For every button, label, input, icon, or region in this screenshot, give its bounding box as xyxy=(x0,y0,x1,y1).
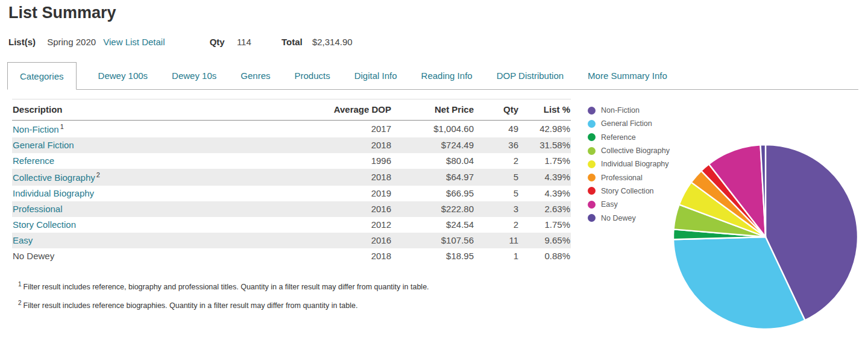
legend-item-general-fiction: General Fiction xyxy=(588,117,670,130)
footnote-1: 1Filter result includes reference, biogr… xyxy=(18,281,429,291)
legend-swatch-icon xyxy=(588,187,596,195)
legend-item-professional: Professional xyxy=(588,171,670,184)
tab-dop-distribution[interactable]: DOP Distribution xyxy=(485,62,576,89)
net-price-cell: $80.04 xyxy=(392,153,474,169)
table-row-no-dewey: No Dewey2018$18.9510.88% xyxy=(12,248,571,264)
qty-cell: 5 xyxy=(474,186,519,201)
tab-more-summary-info[interactable]: More Summary Info xyxy=(576,62,679,89)
description-link[interactable]: Individual Biography xyxy=(13,188,94,198)
footnote-text: Filter result includes reference biograp… xyxy=(24,301,358,310)
description-cell: Collective Biography2 xyxy=(12,169,277,186)
list-cell: 2.63% xyxy=(519,201,571,217)
footnote-marker: 1 xyxy=(60,123,64,130)
list-name: Spring 2020 xyxy=(47,37,96,47)
pie-chart xyxy=(670,142,861,332)
page-title: List Summary xyxy=(8,4,116,22)
list-cell: 1.75% xyxy=(519,153,571,169)
description-link[interactable]: Story Collection xyxy=(13,219,76,230)
pie-svg xyxy=(670,142,861,332)
qty-cell: 1 xyxy=(474,248,519,264)
legend-swatch-icon xyxy=(588,107,596,115)
net-price-cell: $724.49 xyxy=(392,137,474,153)
net-price-cell: $18.95 xyxy=(392,248,474,264)
legend-swatch-icon xyxy=(588,147,596,155)
footnote-text: Filter result includes reference, biogra… xyxy=(24,283,429,291)
description-cell: Professional xyxy=(12,201,277,217)
total-value: $2,314.90 xyxy=(312,37,353,47)
description-link[interactable]: Easy xyxy=(13,235,33,245)
col-header-average-dop: Average DOP xyxy=(277,99,392,121)
list-meta-row: List(s) Spring 2020 View List Detail Qty… xyxy=(8,37,353,47)
table-header-row: DescriptionAverage DOPNet PriceQtyList % xyxy=(12,99,571,121)
average-dop-cell: 2018 xyxy=(277,248,392,264)
col-header-qty: Qty xyxy=(474,99,519,121)
list-cell: 0.88% xyxy=(519,248,571,264)
legend-item-story-collection: Story Collection xyxy=(588,184,670,198)
qty-cell: 11 xyxy=(474,233,519,248)
total-label: Total xyxy=(281,37,303,47)
qty-cell: 49 xyxy=(474,121,519,138)
description-text: No Dewey xyxy=(13,251,54,261)
tab-digital-info[interactable]: Digital Info xyxy=(342,62,409,89)
table-row-story-collection: Story Collection2012$24.5421.75% xyxy=(12,217,571,233)
legend-label: Story Collection xyxy=(601,187,654,195)
summary-tabbar: CategoriesDewey 100sDewey 10sGenresProdu… xyxy=(7,62,858,90)
footnote-marker: 1 xyxy=(18,281,22,288)
description-link[interactable]: Professional xyxy=(13,204,63,214)
legend-label: Individual Biography xyxy=(601,160,669,168)
description-link[interactable]: Reference xyxy=(13,156,54,166)
net-price-cell: $64.97 xyxy=(392,169,474,186)
legend-label: Non-Fiction xyxy=(601,106,640,115)
table-row-non-fiction: Non-Fiction12017$1,004.604942.98% xyxy=(12,121,571,138)
list-cell: 31.58% xyxy=(519,137,571,153)
list-cell: 4.39% xyxy=(519,169,571,186)
col-header-description: Description xyxy=(12,99,277,121)
description-cell: No Dewey xyxy=(12,248,277,264)
description-link[interactable]: Non-Fiction xyxy=(13,124,59,134)
description-link[interactable]: Collective Biography xyxy=(13,172,95,183)
col-header-list: List % xyxy=(519,99,571,121)
average-dop-cell: 1996 xyxy=(277,153,392,169)
category-summary-table: DescriptionAverage DOPNet PriceQtyList %… xyxy=(12,99,571,264)
tab-dewey-100s[interactable]: Dewey 100s xyxy=(86,62,160,89)
average-dop-cell: 2016 xyxy=(277,201,392,217)
view-list-detail-link[interactable]: View List Detail xyxy=(103,37,165,47)
table-row-easy: Easy2016$107.56119.65% xyxy=(12,233,571,248)
legend-swatch-icon xyxy=(588,120,596,128)
legend-swatch-icon xyxy=(588,174,596,181)
qty-cell: 5 xyxy=(474,169,519,186)
legend-label: Collective Biography xyxy=(601,146,670,155)
table-row-professional: Professional2016$222.8032.63% xyxy=(12,201,571,217)
average-dop-cell: 2017 xyxy=(277,121,392,138)
net-price-cell: $1,004.60 xyxy=(392,121,474,138)
legend-label: Reference xyxy=(601,133,636,142)
average-dop-cell: 2019 xyxy=(277,186,392,201)
footnote-marker: 2 xyxy=(96,171,100,178)
description-link[interactable]: General Fiction xyxy=(13,140,74,150)
legend-swatch-icon xyxy=(588,160,596,168)
list-cell: 9.65% xyxy=(519,233,571,248)
description-cell: Non-Fiction1 xyxy=(12,121,277,138)
list-cell: 4.39% xyxy=(519,186,571,201)
legend-swatch-icon xyxy=(588,201,596,209)
tab-products[interactable]: Products xyxy=(283,62,342,89)
net-price-cell: $107.56 xyxy=(392,233,474,248)
legend-label: No Dewey xyxy=(601,214,636,222)
tab-categories[interactable]: Categories xyxy=(7,62,77,90)
list-cell: 1.75% xyxy=(519,217,571,233)
description-cell: Easy xyxy=(12,233,277,248)
qty-label: Qty xyxy=(210,37,225,47)
footnote-2: 2Filter result includes reference biogra… xyxy=(18,300,429,310)
description-cell: General Fiction xyxy=(12,137,277,153)
table-row-individual-biography: Individual Biography2019$66.9554.39% xyxy=(12,186,571,201)
list-cell: 42.98% xyxy=(519,121,571,138)
legend-item-no-dewey: No Dewey xyxy=(588,211,670,224)
tab-reading-info[interactable]: Reading Info xyxy=(409,62,485,89)
legend-label: Easy xyxy=(601,200,618,209)
net-price-cell: $66.95 xyxy=(392,186,474,201)
qty-cell: 2 xyxy=(474,153,519,169)
qty-cell: 36 xyxy=(474,137,519,153)
average-dop-cell: 2018 xyxy=(277,137,392,153)
tab-dewey-10s[interactable]: Dewey 10s xyxy=(160,62,228,89)
tab-genres[interactable]: Genres xyxy=(228,62,282,89)
